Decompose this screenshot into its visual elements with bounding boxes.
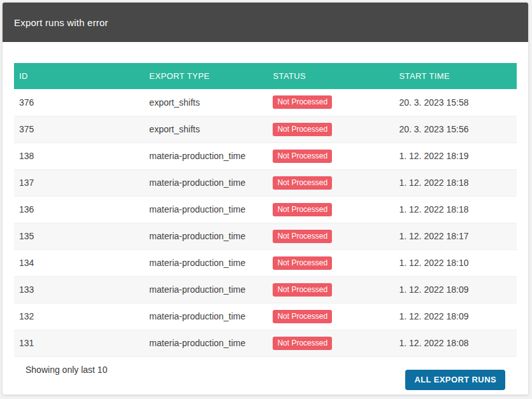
- cell-export-type: materia-production_time: [144, 196, 268, 223]
- cell-start-time: 20. 3. 2023 15:56: [394, 116, 517, 143]
- cell-id: 137: [14, 169, 144, 196]
- table-row: 131 materia-production_time Not Processe…: [14, 330, 517, 356]
- cell-export-type: materia-production_time: [144, 303, 268, 330]
- table-row: 137 materia-production_time Not Processe…: [14, 169, 517, 196]
- column-header-export-type: EXPORT TYPE: [144, 63, 268, 89]
- cell-export-type: export_shifts: [144, 116, 268, 143]
- status-badge: Not Processed: [273, 310, 332, 323]
- cell-status: Not Processed: [268, 223, 394, 249]
- cell-export-type: materia-production_time: [144, 276, 268, 303]
- cell-status: Not Processed: [268, 196, 394, 223]
- cell-export-type: materia-production_time: [144, 143, 268, 169]
- table-row: 376 export_shifts Not Processed 20. 3. 2…: [14, 89, 517, 116]
- cell-status: Not Processed: [268, 330, 394, 356]
- cell-status: Not Processed: [268, 143, 394, 169]
- cell-status: Not Processed: [268, 116, 394, 143]
- cell-start-time: 1. 12. 2022 18:19: [394, 143, 517, 169]
- status-badge: Not Processed: [273, 230, 332, 243]
- cell-start-time: 1. 12. 2022 18:08: [394, 330, 517, 356]
- cell-id: 376: [14, 89, 144, 116]
- table-row: 135 materia-production_time Not Processe…: [14, 223, 517, 249]
- column-header-id: ID: [14, 63, 144, 89]
- cell-id: 135: [14, 223, 144, 249]
- status-badge: Not Processed: [273, 176, 332, 190]
- cell-status: Not Processed: [268, 89, 394, 116]
- cell-start-time: 1. 12. 2022 18:09: [394, 276, 517, 303]
- column-header-start-time: START TIME: [394, 63, 517, 89]
- cell-start-time: 1. 12. 2022 18:10: [394, 249, 517, 276]
- table-header: ID EXPORT TYPE STATUS START TIME: [14, 63, 517, 89]
- table-row: 132 materia-production_time Not Processe…: [14, 303, 517, 330]
- card-footer: Showing only last 10 ALL EXPORT RUNS: [14, 357, 517, 390]
- cell-id: 133: [14, 276, 144, 303]
- cell-export-type: materia-production_time: [144, 330, 268, 356]
- all-export-runs-button[interactable]: ALL EXPORT RUNS: [405, 370, 505, 390]
- cell-start-time: 1. 12. 2022 18:09: [394, 303, 517, 330]
- cell-start-time: 20. 3. 2023 15:58: [394, 89, 517, 116]
- status-badge: Not Processed: [273, 150, 332, 163]
- cell-start-time: 1. 12. 2022 18:18: [394, 196, 517, 223]
- card-body: ID EXPORT TYPE STATUS START TIME 376 exp…: [3, 42, 528, 390]
- export-runs-card: Export runs with error ID EXPORT TYPE ST…: [3, 3, 528, 395]
- status-badge: Not Processed: [273, 283, 332, 297]
- cell-export-type: materia-production_time: [144, 223, 268, 249]
- cell-status: Not Processed: [268, 303, 394, 330]
- cell-id: 134: [14, 249, 144, 276]
- cell-id: 131: [14, 330, 144, 356]
- cell-id: 138: [14, 143, 144, 169]
- table-row: 133 materia-production_time Not Processe…: [14, 276, 517, 303]
- status-badge: Not Processed: [273, 337, 332, 350]
- cell-id: 136: [14, 196, 144, 223]
- table-body: 376 export_shifts Not Processed 20. 3. 2…: [14, 89, 517, 356]
- cell-id: 132: [14, 303, 144, 330]
- status-badge: Not Processed: [273, 203, 332, 216]
- table-row: 375 export_shifts Not Processed 20. 3. 2…: [14, 116, 517, 143]
- cell-status: Not Processed: [268, 276, 394, 303]
- status-badge: Not Processed: [273, 95, 332, 109]
- cell-start-time: 1. 12. 2022 18:18: [394, 169, 517, 196]
- table-row: 138 materia-production_time Not Processe…: [14, 143, 517, 169]
- page-title: Export runs with error: [14, 17, 108, 28]
- cell-status: Not Processed: [268, 249, 394, 276]
- cell-export-type: export_shifts: [144, 89, 268, 116]
- status-badge: Not Processed: [273, 256, 332, 270]
- cell-export-type: materia-production_time: [144, 169, 268, 196]
- table-row: 136 materia-production_time Not Processe…: [14, 196, 517, 223]
- column-header-status: STATUS: [268, 63, 394, 89]
- cell-export-type: materia-production_time: [144, 249, 268, 276]
- showing-note: Showing only last 10: [25, 362, 107, 375]
- card-header: Export runs with error: [3, 3, 528, 42]
- status-badge: Not Processed: [273, 123, 332, 136]
- cell-id: 375: [14, 116, 144, 143]
- table-row: 134 materia-production_time Not Processe…: [14, 249, 517, 276]
- cell-start-time: 1. 12. 2022 18:17: [394, 223, 517, 249]
- export-runs-table: ID EXPORT TYPE STATUS START TIME 376 exp…: [14, 63, 517, 357]
- cell-status: Not Processed: [268, 169, 394, 196]
